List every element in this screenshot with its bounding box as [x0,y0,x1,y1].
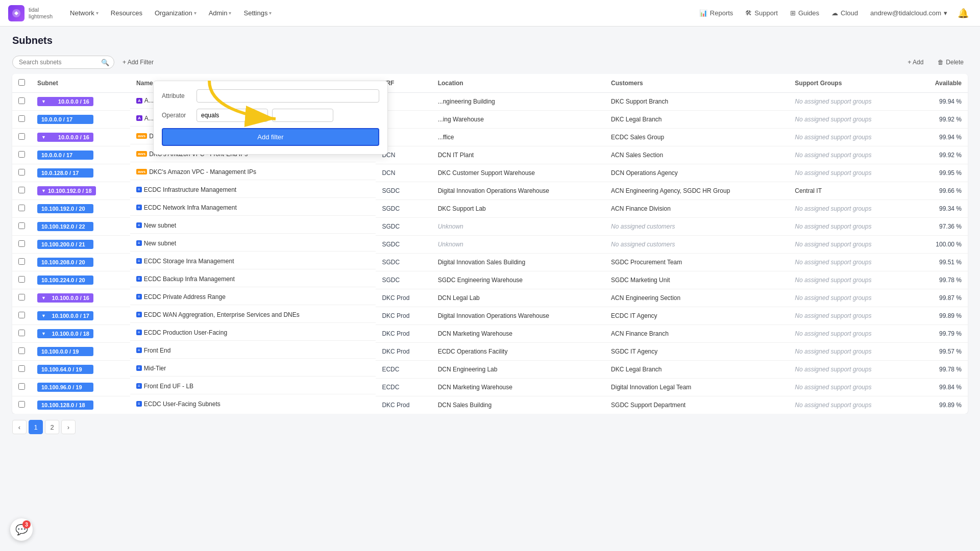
nav-resources[interactable]: Resources [106,6,148,20]
subnet-cell: 10.0.0.0 / 17 [31,146,130,164]
row-checkbox[interactable] [18,187,25,193]
row-checkbox[interactable] [18,294,25,300]
location-cell: ...ngineering Building [432,93,605,111]
name-cell: ≡Front End [130,343,376,359]
row-checkbox[interactable] [18,205,25,211]
available-cell: 99.89 % [913,307,968,325]
nav-network[interactable]: Network ▾ [65,6,104,20]
table-row[interactable]: 10.100.192.0 / 20 ≡ECDC Network Infra Ma… [12,200,968,218]
row-checkbox[interactable] [18,330,25,336]
add-filter-button[interactable]: + Add Filter [118,56,158,68]
nav-reports[interactable]: 📊 Reports [694,6,739,20]
chevron-down-icon: ▾ [944,9,947,17]
logo-icon [8,5,24,21]
available-cell: 99.89 % [913,396,968,414]
support-cell: No assigned support groups [789,200,913,218]
row-checkbox[interactable] [18,133,25,140]
table-row[interactable]: ▼10.100.0.0 / 18 ≡ECDC Production User-F… [12,325,968,343]
filter-value-input[interactable] [272,109,333,122]
nav-guides[interactable]: ⊞ Guides [785,6,824,20]
table-wrap: Subnet Name VRF Location Customers Suppo… [0,74,980,414]
row-checkbox[interactable] [18,347,25,354]
nav-organization[interactable]: Organization ▾ [150,6,202,20]
subnet-cell: ▼10.100.0.0 / 18 [31,325,130,343]
nav-support[interactable]: 🛠 Support [740,6,783,20]
filter-popup: Attribute Operator equals contains start… [153,81,388,155]
nav-settings[interactable]: Settings ▾ [238,6,277,20]
support-cell: No assigned support groups [789,129,913,146]
pagination: ‹ 1 2 › [0,414,980,440]
next-page-button[interactable]: › [61,420,76,434]
table-row[interactable]: 10.100.224.0 / 20 ≡ECDC Backup Infra Man… [12,271,968,289]
table-row[interactable]: ▼10.100.0.0 / 17 ≡ECDC WAN Aggregration,… [12,307,968,325]
row-checkbox[interactable] [18,383,25,390]
search-input[interactable] [12,56,114,69]
row-checkbox[interactable] [18,115,25,122]
delete-icon: 🗑 [938,59,944,66]
customers-cell: ACN Finance Division [605,200,789,218]
filter-operator-select[interactable]: equals contains starts with ends with is… [197,109,268,122]
table-row[interactable]: ▼10.100.0.0 / 16 ≡ECDC Private Address R… [12,289,968,307]
select-all-checkbox[interactable] [18,79,25,86]
vrf-cell: SGDC [376,182,431,200]
row-checkbox[interactable] [18,97,25,104]
available-cell: 99.92 % [913,111,968,129]
customers-cell: DKC Legal Branch [605,111,789,129]
vrf-cell: DKC Prod [376,289,431,307]
customers-cell: Digital Innovation Legal Team [605,379,789,396]
row-checkbox[interactable] [18,258,25,265]
table-row[interactable]: 10.100.192.0 / 22 ≡New subnet SGDC Unkno… [12,218,968,236]
subnet-cell: 10.100.96.0 / 19 [31,379,130,396]
name-cell: ≡ECDC Backup Infra Management [130,271,376,287]
nav-admin[interactable]: Admin ▾ [204,6,237,20]
col-support: Support Groups [789,74,913,93]
add-filter-submit-button[interactable]: Add filter [162,128,379,146]
row-checkbox[interactable] [18,151,25,158]
name-cell: ≡ECDC Infrastructure Management [130,182,376,198]
row-checkbox[interactable] [18,240,25,247]
location-cell: Unknown [432,218,605,236]
row-checkbox[interactable] [18,312,25,318]
location-cell: Digital Innovation Operations Warehouse [432,307,605,325]
row-checkbox[interactable] [18,169,25,176]
notification-bell[interactable]: 🔔 [954,5,972,22]
logo[interactable]: tidal lightmesh [8,5,53,21]
row-checkbox[interactable] [18,401,25,408]
row-checkbox[interactable] [18,365,25,372]
support-cell: No assigned support groups [789,111,913,129]
filter-operator-row: Operator equals contains starts with end… [162,109,379,122]
filter-attribute-input[interactable] [197,89,379,103]
add-button[interactable]: + Add [903,56,927,68]
row-checkbox[interactable] [18,222,25,229]
table-row[interactable]: 10.100.208.0 / 20 ≡ECDC Storage Inra Man… [12,254,968,271]
available-cell: 99.87 % [913,289,968,307]
subnet-cell: 10.100.64.0 / 19 [31,361,130,379]
support-cell: No assigned support groups [789,289,913,307]
table-row[interactable]: 10.100.0.0 / 19 ≡Front End DKC Prod ECDC… [12,343,968,361]
table-row[interactable]: 10.100.128.0 / 18 ≡ECDC User-Facing Subn… [12,396,968,414]
support-icon: 🛠 [745,9,752,17]
vrf-cell: ECDC [376,361,431,379]
prev-page-button[interactable]: ‹ [12,420,27,434]
nav-cloud[interactable]: ☁ Cloud [826,6,863,20]
table-row[interactable]: 10.100.200.0 / 21 ≡New subnet SGDC Unkno… [12,236,968,254]
delete-button[interactable]: 🗑 Delete [934,56,968,68]
available-cell: 99.84 % [913,379,968,396]
table-row[interactable]: 10.100.96.0 / 19 ≡Front End UF - LB ECDC… [12,379,968,396]
name-cell: ≡ECDC Storage Inra Management [130,254,376,269]
subnet-cell: ▼10.100.0.0 / 17 [31,307,130,325]
table-row[interactable]: ▼10.100.192.0 / 18 ≡ECDC Infrastructure … [12,182,968,200]
subnet-cell: 10.100.0.0 / 19 [31,343,130,361]
location-cell: SGDC Engineering Warehouse [432,271,605,289]
page-2-button[interactable]: 2 [45,420,59,434]
cloud-icon: ☁ [831,9,838,17]
chevron-down-icon: ▾ [96,10,99,16]
location-cell: ...ffice [432,129,605,146]
nav-user[interactable]: andrew@tidalcloud.com ▾ [865,6,952,20]
table-row[interactable]: 10.100.64.0 / 19 ≡Mid-Tier ECDC DCN Engi… [12,361,968,379]
row-checkbox[interactable] [18,276,25,283]
table-row[interactable]: 10.0.128.0 / 17 awsDKC's Amazon VPC - Ma… [12,164,968,182]
support-cell: No assigned support groups [789,218,913,236]
support-cell: No assigned support groups [789,164,913,182]
page-1-button[interactable]: 1 [29,420,43,434]
